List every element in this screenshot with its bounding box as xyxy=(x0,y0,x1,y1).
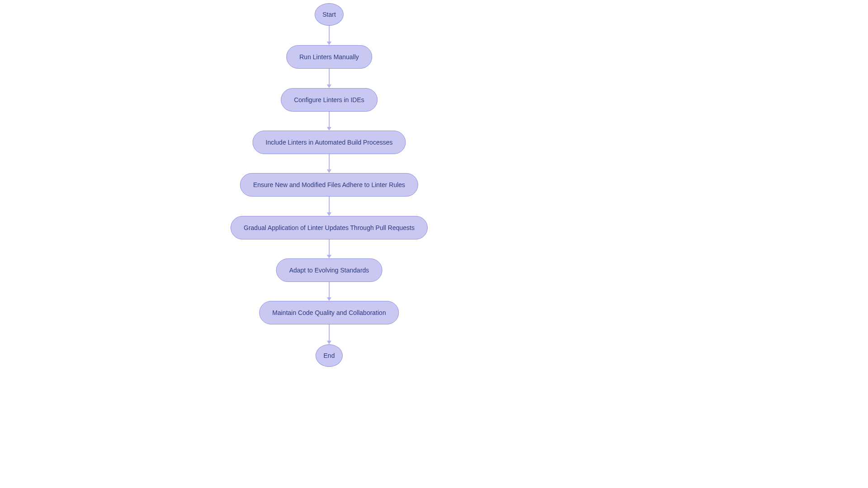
flowchart-container: StartRun Linters ManuallyConfigure Linte… xyxy=(0,0,868,488)
flow-node-label: Gradual Application of Linter Updates Th… xyxy=(244,224,415,231)
flow-edge xyxy=(329,112,330,127)
flow-edge xyxy=(329,154,330,169)
arrow-down-icon xyxy=(327,42,331,45)
flow-node-n1: Run Linters Manually xyxy=(286,45,372,69)
flow-edge xyxy=(329,324,330,341)
flow-node-n5: Gradual Application of Linter Updates Th… xyxy=(231,216,428,239)
arrow-down-icon xyxy=(327,212,331,216)
flow-edge xyxy=(329,26,330,42)
flow-node-label: Start xyxy=(322,11,336,18)
flow-node-n3: Include Linters in Automated Build Proce… xyxy=(253,131,406,154)
flow-node-label: End xyxy=(324,352,335,359)
flow-node-label: Ensure New and Modified Files Adhere to … xyxy=(253,181,405,188)
flow-node-label: Configure Linters in IDEs xyxy=(294,96,364,103)
flow-node-start: Start xyxy=(315,3,344,26)
arrow-down-icon xyxy=(327,341,331,344)
flow-edge xyxy=(329,239,330,255)
flow-edge xyxy=(329,197,330,212)
arrow-down-icon xyxy=(327,169,331,173)
arrow-down-icon xyxy=(327,297,331,301)
flow-node-end: End xyxy=(316,344,343,367)
flow-node-label: Run Linters Manually xyxy=(299,53,359,61)
flow-edge xyxy=(329,69,330,84)
arrow-down-icon xyxy=(327,127,331,131)
flow-edge xyxy=(329,282,330,297)
flow-node-n4: Ensure New and Modified Files Adhere to … xyxy=(240,173,418,197)
flow-node-label: Maintain Code Quality and Collaboration xyxy=(272,309,386,316)
flow-node-n2: Configure Linters in IDEs xyxy=(281,88,377,112)
arrow-down-icon xyxy=(327,84,331,88)
flow-node-label: Adapt to Evolving Standards xyxy=(289,267,369,274)
flow-node-n6: Adapt to Evolving Standards xyxy=(276,258,382,282)
flow-node-n7: Maintain Code Quality and Collaboration xyxy=(259,301,399,324)
flow-node-label: Include Linters in Automated Build Proce… xyxy=(266,139,393,146)
arrow-down-icon xyxy=(327,255,331,258)
